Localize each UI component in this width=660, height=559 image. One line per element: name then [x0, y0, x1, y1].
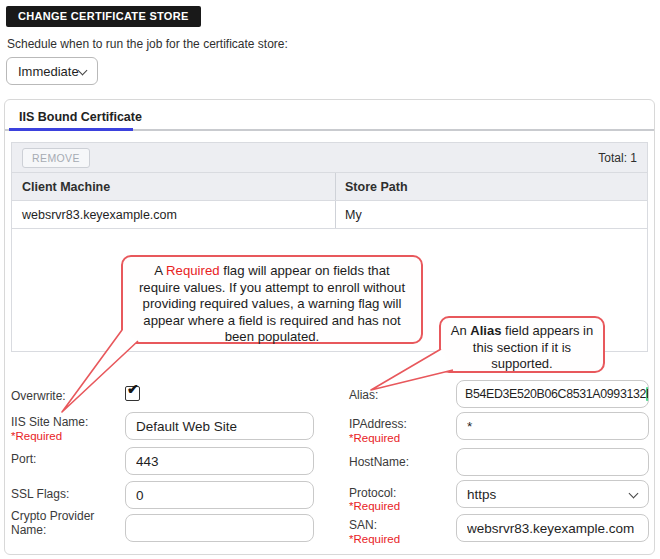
protocol-select-value: https — [467, 487, 496, 502]
port-label: Port: — [11, 452, 115, 466]
total-count: Total: 1 — [598, 151, 637, 165]
change-certificate-store-dialog: CHANGE CERTIFICATE STORE Schedule when t… — [0, 0, 660, 559]
tab-iis-bound-certificate[interactable]: IIS Bound Certificate — [19, 110, 142, 124]
protocol-select[interactable]: https — [456, 480, 649, 508]
alias-input[interactable]: B54ED3E520B06C8531A0993132BI — [456, 380, 649, 408]
san-required-flag: *Required — [349, 533, 400, 545]
overwrite-checkbox[interactable]: ✔ — [125, 386, 140, 401]
iis-site-name-required-flag: *Required — [11, 430, 62, 442]
alias-label: Alias: — [349, 388, 453, 402]
callout-required-note: A Required flag will appear on fields th… — [121, 255, 423, 344]
table-header-row: Client Machine Store Path — [12, 173, 647, 201]
table-toolbar: REMOVE Total: 1 — [12, 143, 647, 173]
port-input[interactable] — [125, 447, 314, 475]
callout-alias-highlight: Alias — [470, 323, 501, 338]
ssl-flags-input[interactable] — [125, 481, 314, 509]
callout-required-text: A — [154, 263, 166, 278]
cell-client-machine: websrvr83.keyexample.com — [12, 208, 335, 222]
cell-store-path: My — [335, 201, 647, 228]
crypto-provider-name-label: Crypto Provider Name: — [11, 509, 115, 537]
column-header-store-path: Store Path — [335, 173, 647, 200]
callout-required-highlight: Required — [166, 263, 220, 278]
alias-value-highlighted-char: B — [646, 387, 649, 401]
san-label: SAN: — [349, 518, 453, 532]
remove-button[interactable]: REMOVE — [22, 148, 90, 168]
overwrite-label: Overwrite: — [11, 389, 115, 403]
schedule-select-value: Immediate — [18, 64, 79, 79]
hostname-input[interactable] — [456, 448, 649, 476]
active-tab-indicator — [9, 128, 133, 131]
crypto-provider-name-input[interactable] — [125, 514, 314, 542]
san-input[interactable] — [456, 514, 649, 542]
hostname-label: HostName: — [349, 455, 453, 469]
table-row[interactable]: websrvr83.keyexample.com My — [12, 201, 647, 229]
iis-site-name-label: IIS Site Name: — [11, 415, 115, 429]
chevron-down-icon — [78, 66, 88, 76]
column-header-client-machine: Client Machine — [12, 180, 335, 194]
schedule-label: Schedule when to run the job for the cer… — [7, 37, 288, 51]
schedule-select[interactable]: Immediate — [6, 57, 98, 85]
ssl-flags-label: SSL Flags: — [11, 487, 115, 501]
checkmark-icon: ✔ — [127, 381, 139, 397]
protocol-label: Protocol: — [349, 486, 453, 500]
change-certificate-store-button[interactable]: CHANGE CERTIFICATE STORE — [6, 6, 201, 27]
callout-alias-note: An Alias field appears in this section i… — [439, 316, 605, 373]
callout-alias-text: An — [451, 323, 471, 338]
ipaddress-label: IPAddress: — [349, 417, 453, 431]
chevron-down-icon — [629, 489, 639, 499]
certificate-store-panel: IIS Bound Certificate REMOVE Total: 1 Cl… — [4, 99, 655, 555]
protocol-required-flag: *Required — [349, 500, 400, 512]
iis-site-name-input[interactable] — [125, 412, 314, 440]
alias-value: B54ED3E520B06C8531A0993132 — [465, 387, 646, 401]
ipaddress-input[interactable] — [456, 412, 649, 440]
ipaddress-required-flag: *Required — [349, 432, 400, 444]
